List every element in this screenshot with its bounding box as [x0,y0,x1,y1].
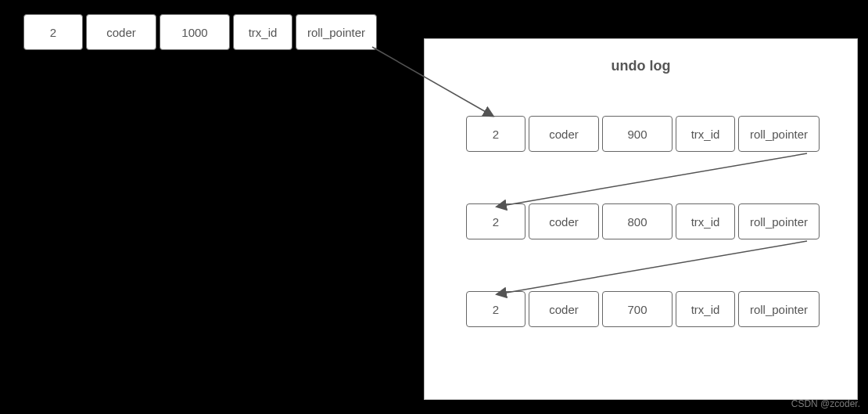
cell-name: coder [529,116,599,152]
cell-name: coder [529,291,599,327]
cell-name: coder [86,14,156,50]
cell-value: 900 [602,116,673,152]
cell-id: 2 [466,291,525,327]
undo-row-3: 2 coder 700 trx_id roll_pointer [466,291,820,327]
cell-value: 1000 [160,14,230,50]
cell-trx: trx_id [676,116,735,152]
undo-row-2: 2 coder 800 trx_id roll_pointer [466,203,820,239]
watermark: CSDN @zcoder. [791,398,860,409]
undo-row-1: 2 coder 900 trx_id roll_pointer [466,116,820,152]
cell-name: coder [529,203,599,239]
cell-value: 800 [602,203,673,239]
cell-value: 700 [602,291,673,327]
cell-id: 2 [23,14,83,50]
current-record-row: 2 coder 1000 trx_id roll_pointer [23,14,377,50]
cell-ptr: roll_pointer [738,203,820,239]
cell-ptr: roll_pointer [296,14,377,50]
cell-ptr: roll_pointer [738,291,820,327]
cell-trx: trx_id [233,14,292,50]
cell-id: 2 [466,203,525,239]
cell-id: 2 [466,116,525,152]
cell-ptr: roll_pointer [738,116,820,152]
cell-trx: trx_id [676,203,735,239]
undo-log-title: undo log [425,58,857,74]
cell-trx: trx_id [676,291,735,327]
